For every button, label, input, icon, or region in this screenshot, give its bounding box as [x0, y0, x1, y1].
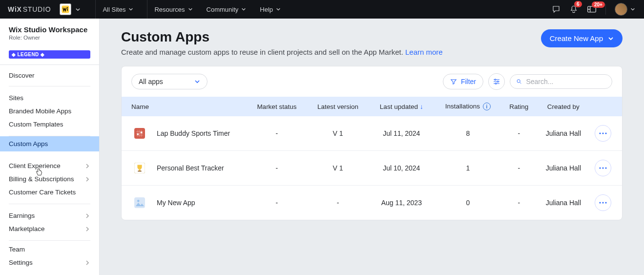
svg-rect-15: [138, 171, 141, 172]
col-installs[interactable]: Installationsi: [434, 97, 502, 116]
nav-label: All Sites: [103, 6, 125, 13]
app-name: My New App: [157, 199, 195, 207]
inbox-icon[interactable]: 20+: [587, 5, 597, 13]
avatar: [615, 3, 627, 16]
app-name: Personal Best Tracker: [157, 164, 224, 172]
sidebar-item-label: Customer Care Tickets: [9, 189, 76, 196]
search-input[interactable]: [526, 78, 606, 85]
chevron-down-icon: [276, 7, 281, 12]
cell-installs: 1: [434, 151, 502, 186]
workspace-role: Role: Owner: [9, 35, 90, 41]
more-icon: [599, 132, 607, 134]
all-apps-dropdown[interactable]: All apps: [131, 74, 208, 89]
more-icon: [599, 167, 607, 169]
chevron-right-icon: [84, 226, 90, 232]
cell-rating: -: [502, 186, 536, 220]
sidebar-item-label: Billing & Subscriptions: [9, 175, 74, 183]
chevron-right-icon: [84, 163, 90, 169]
row-more-button[interactable]: [595, 194, 611, 211]
svg-point-22: [602, 202, 603, 204]
sidebar-item-care-tickets[interactable]: Customer Care Tickets: [9, 186, 90, 199]
svg-point-5: [495, 83, 497, 85]
logo-text-studio: STUDIO: [23, 5, 51, 13]
nav-community[interactable]: Community: [200, 0, 253, 19]
col-version[interactable]: Latest version: [307, 97, 369, 116]
inbox-badge: 20+: [592, 1, 605, 8]
svg-point-6: [517, 80, 520, 83]
cell-version: -: [307, 186, 369, 220]
sidebar-item-earnings[interactable]: Earnings: [9, 209, 90, 222]
sidebar-item-custom-apps[interactable]: Custom Apps: [0, 136, 99, 151]
cell-created-by: Juliana Hall: [536, 151, 591, 186]
chat-icon[interactable]: [552, 5, 561, 14]
sidebar-item-team[interactable]: Team: [0, 243, 99, 256]
table-row[interactable]: Lap Buddy Sports Timer - V 1 Jul 11, 202…: [122, 116, 622, 151]
site-switcher-chevron-icon[interactable]: [75, 7, 81, 12]
row-more-button[interactable]: [595, 160, 611, 176]
cell-version: V 1: [307, 116, 369, 151]
sidebar-item-sites[interactable]: Sites: [9, 91, 90, 105]
wix-studio-logo[interactable]: WiX STUDIO: [0, 3, 88, 15]
page-title: Custom Apps: [121, 29, 443, 45]
col-name[interactable]: Name: [122, 97, 247, 116]
nav-resources[interactable]: Resources: [147, 0, 199, 19]
sidebar-item-branded-mobile[interactable]: Branded Mobile Apps: [9, 105, 90, 118]
app-icon: [131, 125, 148, 142]
cell-updated: Aug 11, 2023: [369, 186, 434, 220]
sidebar-item-marketplace[interactable]: Marketplace: [9, 222, 90, 235]
row-more-button[interactable]: [595, 125, 611, 142]
col-market[interactable]: Market status: [247, 97, 307, 116]
chevron-down-icon: [630, 7, 635, 12]
sidebar-item-label: Settings: [9, 259, 33, 266]
sidebar-item-settings[interactable]: Settings: [0, 256, 99, 269]
learn-more-link[interactable]: Learn more: [405, 48, 443, 56]
more-icon: [599, 202, 607, 204]
cell-created-by: Juliana Hall: [536, 116, 591, 151]
nav-label: Resources: [154, 6, 185, 13]
svg-point-3: [495, 79, 496, 81]
svg-point-12: [605, 133, 606, 134]
logo-text-wix: WiX: [8, 5, 22, 13]
svg-point-18: [605, 168, 606, 169]
filter-button[interactable]: Filter: [443, 74, 483, 89]
svg-point-1: [67, 7, 68, 8]
app-icon: [131, 194, 148, 211]
cell-updated: Jul 10, 2024: [369, 151, 434, 186]
col-created-by[interactable]: Created by: [536, 97, 591, 116]
svg-point-10: [599, 133, 601, 134]
sidebar-item-label: Sites: [9, 94, 23, 102]
chevron-down-icon: [128, 7, 133, 12]
svg-point-9: [141, 132, 143, 134]
svg-point-20: [137, 200, 140, 202]
bell-icon[interactable]: 6: [569, 5, 578, 14]
create-new-app-button[interactable]: Create New App: [541, 29, 623, 47]
sort-down-icon: ↓: [420, 103, 423, 110]
search-field[interactable]: [510, 74, 612, 89]
sidebar-item-custom-templates[interactable]: Custom Templates: [9, 118, 90, 131]
cell-created-by: Juliana Hall: [536, 186, 591, 220]
sidebar-item-client-experience[interactable]: Client Experience: [9, 159, 90, 172]
app-name: Lap Buddy Sports Timer: [157, 129, 230, 137]
cell-version: V 1: [307, 151, 369, 186]
sidebar-item-billing[interactable]: Billing & Subscriptions: [9, 172, 90, 186]
col-updated[interactable]: Last updated↓: [369, 97, 434, 116]
nav-help[interactable]: Help: [253, 0, 288, 19]
sidebar-item-discover[interactable]: Discover: [0, 69, 99, 82]
col-rating[interactable]: Rating: [502, 97, 536, 116]
columns-settings-button[interactable]: [488, 73, 505, 90]
chevron-right-icon: [84, 176, 90, 182]
sidebar-item-label: Client Experience: [9, 162, 61, 169]
cell-rating: -: [502, 116, 536, 151]
table-row[interactable]: Personal Best Tracker - V 1 Jul 10, 2024…: [122, 151, 622, 186]
sidebar-item-label: Discover: [9, 72, 35, 79]
svg-point-23: [605, 202, 606, 204]
user-menu[interactable]: [615, 3, 635, 16]
legend-badge: ◆ LEGEND ◆: [9, 50, 90, 59]
cell-updated: Jul 11, 2024: [369, 116, 434, 151]
info-icon[interactable]: i: [483, 103, 491, 110]
cell-market: -: [247, 151, 307, 186]
table-row[interactable]: My New App - - Aug 11, 2023 0 - Juliana …: [122, 186, 622, 220]
svg-point-17: [602, 168, 603, 169]
chevron-down-icon: [241, 7, 246, 12]
nav-all-sites[interactable]: All Sites: [96, 0, 140, 19]
